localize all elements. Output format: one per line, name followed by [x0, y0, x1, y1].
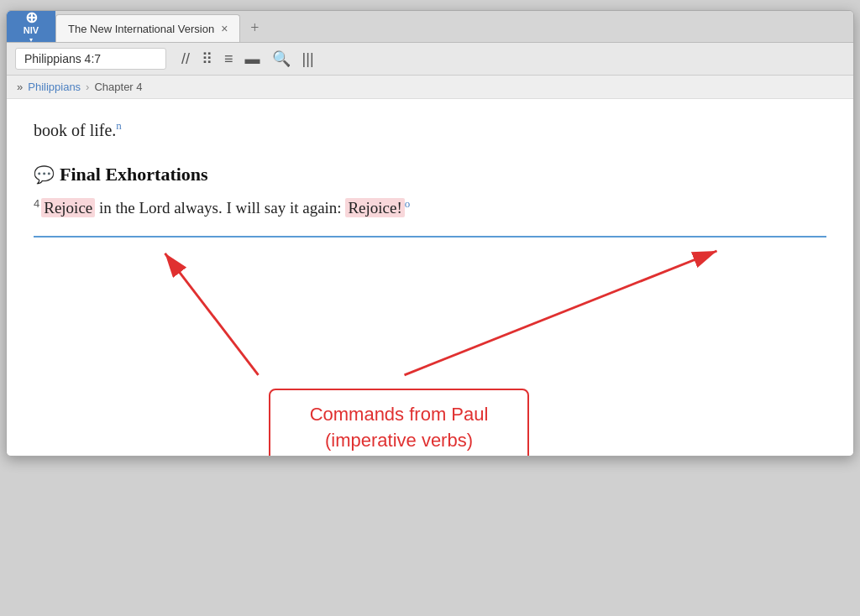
verse-number: 4 [34, 197, 39, 210]
verse-line: 4Rejoice in the Lord always. I will say … [34, 196, 826, 222]
book-of-life-words: book of life. [34, 121, 116, 139]
breadcrumb-arrow: » [17, 81, 23, 93]
columns-icon[interactable]: ||| [302, 50, 314, 68]
book-of-life-text: book of life.n [34, 119, 826, 140]
verse-highlight-2: Rejoice! [345, 198, 404, 217]
niv-logo[interactable]: ⊕ NIV ▾ [7, 11, 55, 42]
annotation-line2: (imperative verbs) [325, 430, 473, 451]
search-icon[interactable]: 🔍 [272, 50, 291, 68]
svg-line-2 [405, 251, 717, 375]
list-icon[interactable]: ≡ [224, 50, 233, 68]
resources-icon[interactable]: ⠿ [202, 50, 212, 68]
arrows-svg [7, 238, 826, 456]
parallel-icon[interactable]: // [181, 50, 190, 68]
app-window: ⊕ NIV ▾ The New International Version × … [6, 10, 854, 457]
section-title: Final Exhortations [60, 164, 208, 185]
reference-input[interactable] [15, 48, 166, 70]
verse-footnote: o [405, 197, 411, 210]
breadcrumb-chapter: Chapter 4 [94, 81, 142, 93]
annotation-box: Commands from Paul (imperative verbs) [269, 389, 529, 457]
annotation-line1: Commands from Paul [310, 404, 489, 425]
content-area: book of life.n 💬 Final Exhortations 4Rej… [7, 99, 853, 456]
breadcrumb-separator: › [86, 81, 89, 93]
layout-icon[interactable]: ▬ [245, 50, 260, 68]
new-tab-button[interactable]: + [240, 14, 269, 42]
tab-close-button[interactable]: × [221, 22, 228, 35]
toolbar: // ⠿ ≡ ▬ 🔍 ||| [7, 43, 853, 76]
breadcrumb-book[interactable]: Philippians [28, 81, 81, 93]
svg-line-1 [165, 253, 258, 375]
section-heading: 💬 Final Exhortations [34, 164, 826, 185]
toolbar-icons: // ⠿ ≡ ▬ 🔍 ||| [181, 50, 314, 68]
verse-middle-text: in the Lord always. I will say it again: [95, 199, 345, 217]
annotation-layer: Commands from Paul (imperative verbs) [34, 238, 826, 456]
book-of-life-footnote: n [116, 119, 122, 132]
breadcrumb: » Philippians › Chapter 4 [7, 76, 853, 99]
logo-arrow: ▾ [29, 36, 33, 44]
logo-icon: ⊕ [25, 10, 38, 25]
content-divider [34, 236, 826, 238]
logo-text: NIV [24, 25, 39, 35]
verse-highlight-1: Rejoice [41, 198, 95, 217]
comment-icon: 💬 [34, 164, 55, 185]
tab-label: The New International Version [68, 23, 214, 35]
tab-bar: ⊕ NIV ▾ The New International Version × … [7, 11, 853, 43]
active-tab[interactable]: The New International Version × [55, 14, 240, 42]
